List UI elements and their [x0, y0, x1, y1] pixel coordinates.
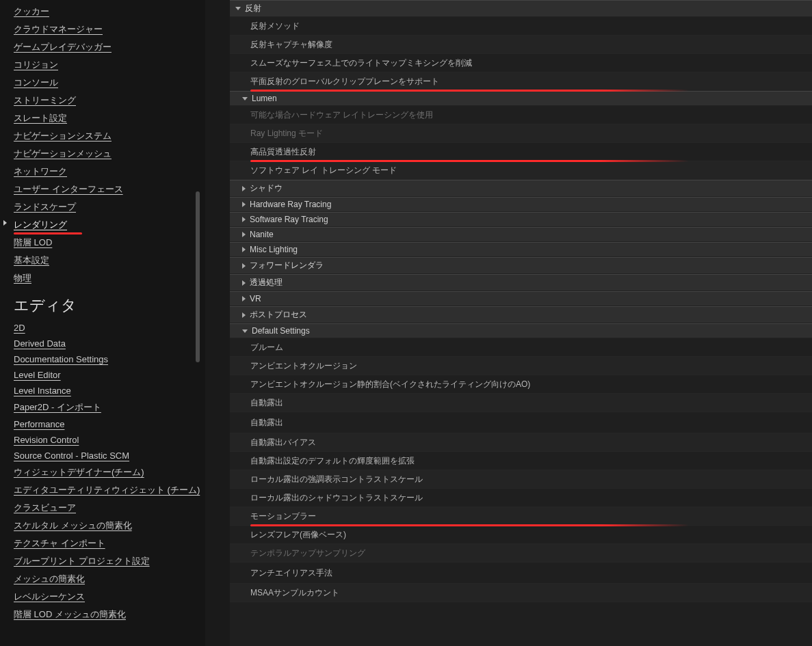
row-reflection-capture-res: 反射キャプチャ解像度 128 — [230, 36, 812, 54]
prop-label: 反射キャプチャ解像度 — [230, 36, 640, 53]
row-ray-lighting-mode: Ray Lighting モード Surface Cache — [230, 124, 812, 143]
prop-label: 可能な場合ハードウェア レイトレーシングを使用 — [230, 107, 640, 124]
row-auto-exposure-2: 自動露出 Auto Exposure Histogram — [230, 412, 812, 433]
prop-label: スムーズなサーフェス上でのライトマップミキシングを削減 — [230, 55, 640, 72]
caret-right-icon — [242, 312, 246, 318]
category-software-rt[interactable]: Software Ray Tracing — [230, 212, 812, 227]
category-shadow[interactable]: シャドウ — [230, 180, 812, 197]
sidebar-item[interactable]: 基本設定 — [14, 252, 205, 269]
sidebar-item[interactable]: Documentation Settings — [14, 351, 205, 367]
row-msaa-count: MSAAサンプルカウント 4x MSAA — [230, 584, 812, 602]
category-lumen[interactable]: Lumen — [230, 91, 812, 106]
row-bloom: ブルーム — [230, 338, 812, 357]
caret-right-icon — [242, 280, 246, 286]
sidebar-scrollbar[interactable] — [196, 0, 200, 646]
row-planar-reflection: 平面反射のグローバルクリッププレーンをサポート — [230, 72, 812, 91]
row-reflection-method: 反射メソッド Lumen — [230, 17, 812, 36]
settings-panel[interactable]: 反射 反射メソッド Lumen 反射キャプチャ解像度 128 スムーズなサーフェ… — [230, 0, 812, 646]
sidebar-item[interactable]: Performance — [14, 416, 205, 432]
row-local-exp-shadow: ローカル露出のシャドウコントラストスケール 0.8 — [230, 489, 812, 507]
row-reduce-lightmap-mixing: スムーズなサーフェス上でのライトマップミキシングを削減 — [230, 54, 812, 72]
row-ao-static: アンビエントオクルージョン静的割合(ベイクされたライティング向けのAO) — [230, 375, 812, 394]
category-label: Lumen — [252, 94, 277, 103]
sidebar-item[interactable]: コリジョン — [14, 56, 205, 74]
sidebar-item[interactable]: クッカー — [14, 3, 205, 21]
sidebar-item[interactable]: コンソール — [14, 74, 205, 92]
category-vr[interactable]: VR — [230, 291, 812, 306]
sidebar-item[interactable]: クラウドマネージャー — [14, 21, 205, 38]
prop-label: 反射メソッド — [230, 18, 640, 35]
prop-label: 平面反射のグローバルクリッププレーンをサポート — [230, 73, 640, 90]
row-aa-method: アンチエイリアス手法 Temporal Super-Resolution (TS… — [230, 563, 812, 584]
sidebar-item[interactable]: Source Control - Plastic SCM — [14, 448, 205, 463]
editor-section-header: エディタ — [14, 287, 205, 320]
prop-label: Ray Lighting モード — [230, 125, 640, 142]
row-sw-rt-mode: ソフトウェア レイ トレーシング モード Global Tracing — [230, 161, 812, 180]
sidebar-item[interactable]: 階層 LOD — [14, 234, 205, 252]
sidebar-item[interactable]: クラスビューア — [14, 499, 205, 517]
row-ao: アンビエントオクルージョン — [230, 357, 812, 375]
sidebar-item[interactable]: ブループリント プロジェクト設定 — [14, 552, 205, 570]
sidebar-item[interactable]: Derived Data — [14, 336, 205, 351]
row-lumen-hw-rt: 可能な場合ハードウェア レイトレーシングを使用 — [230, 106, 812, 124]
row-hq-translucent-refl: 高品質透過性反射 — [230, 143, 812, 161]
prop-label: ソフトウェア レイ トレーシング モード — [230, 162, 640, 179]
sidebar-item[interactable]: スレート設定 — [14, 109, 205, 127]
category-default-settings[interactable]: Default Settings — [230, 323, 812, 338]
caret-right-icon — [242, 263, 246, 269]
caret-right-icon — [3, 220, 7, 226]
category-hardware-rt[interactable]: Hardware Ray Tracing — [230, 197, 812, 212]
sidebar-item[interactable]: レベルシーケンス — [14, 588, 205, 606]
prop-label: 高品質透過性反射 — [230, 144, 640, 161]
row-autoexp-bias: 自動露出バイアス 1.0 — [230, 433, 812, 452]
sidebar-item[interactable]: ゲームプレイデバッガー — [14, 38, 205, 56]
category-forward-renderer[interactable]: フォワードレンダラ — [230, 257, 812, 274]
row-local-exp-contrast: ローカル露出の強調表示コントラストスケール 0.8 — [230, 470, 812, 489]
sidebar-item[interactable]: 物理 — [14, 269, 205, 287]
caret-down-icon — [235, 7, 241, 10]
highlight-line — [250, 90, 689, 92]
caret-right-icon — [242, 202, 246, 207]
caret-right-icon — [242, 186, 246, 191]
caret-right-icon — [242, 232, 246, 237]
sidebar-item[interactable]: メッシュの簡素化 — [14, 570, 205, 588]
sidebar-item[interactable]: Revision Control — [14, 432, 205, 448]
sidebar-item[interactable]: ナビゲーションメッシュ — [14, 145, 205, 163]
sidebar-item[interactable]: レンダリング — [14, 216, 205, 234]
category-translucency[interactable]: 透過処理 — [230, 274, 812, 291]
category-postprocess[interactable]: ポストプロセス — [230, 306, 812, 323]
sidebar-scroll-thumb[interactable] — [196, 191, 200, 362]
highlight-line — [250, 160, 689, 162]
sidebar-item[interactable]: ランドスケープ — [14, 198, 205, 216]
settings-sidebar[interactable]: クッカークラウドマネージャーゲームプレイデバッガーコリジョンコンソールストリーミ… — [0, 0, 205, 646]
caret-down-icon — [242, 329, 248, 333]
caret-right-icon — [242, 247, 246, 252]
sidebar-item[interactable]: ナビゲーションシステム — [14, 127, 205, 145]
caret-right-icon — [242, 296, 246, 301]
highlight-line — [250, 524, 689, 526]
category-nanite[interactable]: Nanite — [230, 227, 812, 242]
sidebar-item[interactable]: 階層 LOD メッシュの簡素化 — [14, 606, 205, 623]
row-auto-exposure-1: 自動露出 — [230, 394, 812, 412]
row-extend-luminance-range: 自動露出設定のデフォルトの輝度範囲を拡張 — [230, 452, 812, 470]
sidebar-item[interactable]: Level Editor — [14, 367, 205, 383]
sidebar-item[interactable]: ネットワーク — [14, 163, 205, 180]
sidebar-item[interactable]: テクスチャ インポート — [14, 535, 205, 552]
sidebar-item[interactable]: ユーザー インターフェース — [14, 180, 205, 198]
sidebar-item[interactable]: ウィジェットデザイナー(チーム) — [14, 463, 205, 481]
category-reflection[interactable]: 反射 — [230, 0, 812, 17]
category-misc-lighting[interactable]: Misc Lighting — [230, 242, 812, 257]
row-lens-flare: レンズフレア(画像ベース) — [230, 526, 812, 544]
caret-right-icon — [242, 217, 246, 222]
caret-down-icon — [242, 97, 248, 100]
sidebar-item[interactable]: スケルタル メッシュの簡素化 — [14, 517, 205, 535]
sidebar-item[interactable]: エディタユーティリティウィジェット (チーム) — [14, 481, 205, 499]
row-temporal-upsampling: テンポラルアップサンプリング — [230, 544, 812, 563]
category-label: 反射 — [245, 3, 261, 14]
row-motion-blur: モーションブラー — [230, 507, 812, 526]
sidebar-item[interactable]: Level Instance — [14, 383, 205, 399]
sidebar-item[interactable]: 2D — [14, 320, 205, 336]
sidebar-item[interactable]: Paper2D - インポート — [14, 399, 205, 416]
sidebar-item[interactable]: ストリーミング — [14, 92, 205, 109]
